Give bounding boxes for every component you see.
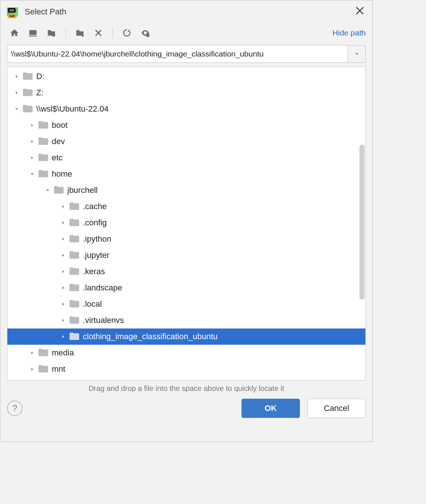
chevron-right-icon[interactable] — [28, 365, 36, 373]
path-input-text: \\wsl$\Ubuntu-22.04\home\jburchell\cloth… — [11, 50, 264, 58]
dialog-title: Select Path — [25, 7, 354, 17]
tree-row[interactable]: \\wsl$\Ubuntu-22.04 — [7, 101, 365, 117]
chevron-down-icon[interactable] — [28, 170, 36, 178]
tree-row[interactable]: etc — [7, 150, 365, 166]
folder-icon — [23, 72, 33, 81]
chevron-right-icon[interactable] — [28, 137, 36, 146]
tree-row[interactable]: .ipython — [7, 231, 365, 247]
tree-row-label: .landscape — [83, 283, 122, 293]
chevron-down-icon[interactable] — [13, 105, 21, 113]
tree-row[interactable]: .jupyter — [7, 247, 365, 263]
refresh-icon[interactable] — [122, 28, 132, 38]
ok-button[interactable]: OK — [241, 399, 300, 418]
tree-row-label: media — [52, 348, 74, 358]
folder-icon — [70, 284, 79, 292]
chevron-right-icon[interactable] — [59, 333, 67, 341]
folder-icon — [70, 235, 79, 243]
folder-icon — [38, 349, 48, 357]
folder-icon — [70, 316, 79, 324]
tree-row[interactable]: home — [7, 166, 365, 182]
tree-row-label: .ipython — [83, 234, 111, 244]
path-dropdown-button[interactable] — [348, 45, 366, 63]
new-folder-icon[interactable] — [75, 28, 85, 38]
folder-icon — [70, 202, 79, 211]
chevron-right-icon[interactable] — [59, 284, 67, 292]
tree-row-label: .virtualenvs — [83, 316, 124, 325]
scrollbar[interactable] — [359, 144, 365, 300]
folder-icon — [70, 268, 79, 276]
chevron-right-icon[interactable] — [28, 349, 36, 357]
hide-path-link[interactable]: Hide path — [332, 28, 366, 37]
tree-row-label: .jupyter — [83, 251, 109, 260]
chevron-right-icon[interactable] — [13, 89, 21, 97]
folder-icon — [23, 105, 33, 113]
tree-row[interactable]: .config — [7, 215, 365, 231]
project-dir-icon[interactable] — [46, 28, 57, 38]
home-icon[interactable] — [9, 28, 20, 38]
chevron-right-icon[interactable] — [59, 235, 67, 243]
tree-row[interactable]: D: — [7, 68, 365, 85]
folder-icon — [70, 333, 79, 341]
tree-row[interactable]: mnt — [7, 361, 365, 377]
folder-tree: D:Z:\\wsl$\Ubuntu-22.04bootdevetchomejbu… — [7, 67, 366, 381]
show-hidden-icon[interactable] — [140, 28, 151, 38]
tree-row[interactable]: opt — [7, 377, 365, 380]
chevron-right-icon[interactable] — [28, 154, 36, 162]
tree-row-label: home — [52, 169, 72, 179]
folder-icon — [70, 251, 79, 259]
help-button[interactable]: ? — [7, 401, 23, 416]
folder-icon — [70, 219, 79, 227]
tree-row-label: dev — [52, 137, 65, 146]
folder-icon — [38, 137, 48, 146]
folder-icon — [38, 170, 48, 178]
tree-row-label: .keras — [83, 267, 105, 276]
toolbar: Hide path — [0, 21, 372, 38]
tree-row[interactable]: .virtualenvs — [7, 312, 365, 328]
chevron-right-icon[interactable] — [59, 268, 67, 276]
tree-row[interactable]: boot — [7, 117, 365, 133]
tree-row-label: D: — [36, 72, 44, 81]
path-input[interactable]: \\wsl$\Ubuntu-22.04\home\jburchell\cloth… — [7, 45, 348, 63]
toolbar-separator — [112, 27, 113, 38]
svg-rect-1 — [146, 34, 149, 37]
tree-row[interactable]: .landscape — [7, 280, 365, 296]
select-path-dialog: DSEAP Select Path — [0, 0, 373, 442]
folder-icon — [38, 154, 48, 162]
dataspell-icon: DSEAP — [7, 6, 18, 17]
tree-row-label: .cache — [83, 202, 107, 211]
tree-row-label: .config — [83, 218, 107, 228]
toolbar-separator — [65, 27, 66, 38]
chevron-right-icon[interactable] — [59, 300, 67, 308]
tree-row-label: \\wsl$\Ubuntu-22.04 — [36, 104, 109, 114]
tree-row[interactable]: Z: — [7, 85, 365, 101]
tree-row-label: .local — [83, 299, 102, 309]
folder-icon — [54, 186, 64, 194]
tree-row[interactable]: clothing_image_classification_ubuntu — [7, 328, 365, 345]
chevron-right-icon[interactable] — [59, 219, 67, 227]
tree-row-label: clothing_image_classification_ubuntu — [83, 332, 217, 341]
path-row: \\wsl$\Ubuntu-22.04\home\jburchell\cloth… — [0, 38, 372, 63]
chevron-right-icon[interactable] — [59, 251, 67, 259]
chevron-down-icon[interactable] — [44, 186, 52, 194]
folder-icon — [70, 300, 79, 308]
close-icon[interactable] — [354, 5, 366, 18]
folder-icon — [23, 89, 33, 97]
tree-row[interactable]: dev — [7, 133, 365, 150]
cancel-button[interactable]: Cancel — [307, 399, 366, 418]
folder-icon — [38, 121, 48, 129]
tree-row[interactable]: media — [7, 345, 365, 361]
dialog-buttons: ? OK Cancel — [0, 395, 372, 425]
svg-rect-0 — [52, 34, 55, 37]
chevron-right-icon[interactable] — [28, 121, 36, 129]
chevron-right-icon[interactable] — [13, 72, 21, 81]
tree-row[interactable]: .keras — [7, 263, 365, 280]
chevron-right-icon[interactable] — [59, 316, 67, 324]
tree-row[interactable]: jburchell — [7, 182, 365, 198]
delete-icon[interactable] — [93, 28, 104, 38]
tree-row-label: etc — [52, 153, 62, 163]
hint-text: Drag and drop a file into the space abov… — [0, 381, 372, 395]
tree-row[interactable]: .cache — [7, 198, 365, 215]
chevron-right-icon[interactable] — [59, 202, 67, 211]
tree-row[interactable]: .local — [7, 296, 365, 312]
desktop-icon[interactable] — [28, 28, 38, 38]
